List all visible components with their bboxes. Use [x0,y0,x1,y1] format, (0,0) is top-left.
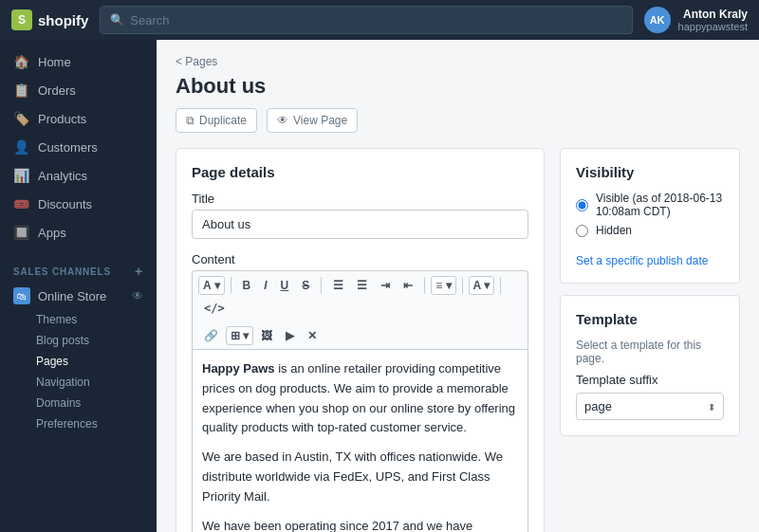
separator [462,277,463,294]
sidebar-item-label: Analytics [38,169,87,183]
shopify-logo: S shopify [11,9,88,30]
rte-toolbar-row2: 🔗 ⊞ ▾ 🖼 ▶ ✕ [192,322,528,349]
sales-channels-header: SALES CHANNELS + [0,254,157,283]
content-area: Page details Title Content A ▾ B I U S ☰… [176,148,740,532]
hidden-option[interactable]: Hidden [576,224,724,237]
select-chevron-icon: ⬍ [708,401,715,412]
publish-date-link[interactable]: Set a specific publish date [576,254,708,267]
shopify-logo-text: shopify [38,12,88,28]
discounts-icon: 🎟️ [13,196,28,211]
view-page-button[interactable]: 👁 View Page [267,108,358,133]
underline-button[interactable]: U [275,275,295,296]
duplicate-icon: ⧉ [186,114,194,127]
customers-icon: 👤 [13,139,28,155]
topbar: S shopify 🔍 AK Anton Kraly happypawstest [0,0,759,40]
content-para-2: We are based in Austin, TX with offices … [202,448,518,506]
separator [500,277,501,294]
hidden-radio[interactable] [576,225,588,237]
bold-button[interactable]: B [237,275,257,296]
content-para-3: We have been operating since 2017 and we… [202,517,518,532]
color-select[interactable]: A ▾ [469,276,495,295]
main-nav: 🏠 Home 📋 Orders 🏷️ Products 👤 Customers … [0,40,157,254]
content-label: Content [192,252,528,266]
sidebar-item-label: Apps [38,226,66,240]
main-layout: 🏠 Home 📋 Orders 🏷️ Products 👤 Customers … [0,40,759,532]
orders-icon: 📋 [13,83,28,98]
italic-button[interactable]: I [258,275,272,296]
user-store: happypawstest [678,21,748,32]
hidden-label: Hidden [596,224,632,237]
sidebar-item-label: Orders [38,83,76,98]
sidebar-item-discounts[interactable]: 🎟️ Discounts [0,190,157,218]
template-description: Select a template for this page. [576,339,724,365]
link-button[interactable]: 🔗 [198,325,224,346]
online-store-icon: 🛍 [13,287,30,304]
sidebar-item-blog-posts[interactable]: Blog posts [0,330,157,351]
breadcrumb[interactable]: < Pages [176,55,740,68]
user-name: Anton Kraly [678,8,748,21]
products-icon: 🏷️ [13,111,28,126]
separator [321,277,322,294]
duplicate-button[interactable]: ⧉ Duplicate [176,108,257,133]
template-suffix-select[interactable]: page ⬍ [576,393,724,420]
rte-toolbar-row1: A ▾ B I U S ☰ ☰ ⇥ ⇤ ≡ ▾ A ▾ </> [192,270,528,322]
sidebar-item-label: Home [38,55,71,69]
sidebar-item-preferences[interactable]: Preferences [0,413,157,434]
separator [424,277,425,294]
page-actions: ⧉ Duplicate 👁 View Page [176,108,740,133]
content-para-1: Happy Paws is an online retailer providi… [202,359,518,438]
ordered-list-button[interactable]: ☰ [351,275,373,296]
visible-label: Visible (as of 2018-06-13 10:08am CDT) [596,192,724,218]
sidebar-item-home[interactable]: 🏠 Home [0,47,157,76]
outdent-button[interactable]: ⇤ [398,275,418,296]
title-label: Title [192,192,528,206]
eye-icon[interactable]: 👁 [132,289,143,303]
visibility-options: Visible (as of 2018-06-13 10:08am CDT) H… [576,192,724,237]
sidebar-item-orders[interactable]: 📋 Orders [0,76,157,104]
image-button[interactable]: 🖼 [255,325,278,346]
sales-channel-online-store[interactable]: 🛍 Online Store 👁 [0,283,157,309]
unordered-list-button[interactable]: ☰ [327,275,349,296]
online-store-subnav: Themes Blog posts Pages Navigation Domai… [0,309,157,434]
source-button[interactable]: </> [198,298,231,319]
title-input[interactable] [192,210,528,239]
sidebar-item-label: Customers [38,140,98,155]
sidebar-item-apps[interactable]: 🔲 Apps [0,218,157,247]
card-title: Page details [192,164,528,180]
main-content: < Pages About us ⧉ Duplicate 👁 View Page… [157,40,759,532]
clear-formatting-button[interactable]: ✕ [302,325,323,346]
sidebar-item-navigation[interactable]: Navigation [0,372,157,393]
separator [231,277,231,294]
table-select[interactable]: ⊞ ▾ [226,326,253,345]
page-title: About us [176,74,740,99]
user-info: AK Anton Kraly happypawstest [644,7,748,33]
avatar: AK [644,7,671,33]
apps-icon: 🔲 [13,225,28,240]
page-details-card: Page details Title Content A ▾ B I U S ☰… [176,148,545,532]
analytics-icon: 📊 [13,168,28,183]
align-select[interactable]: ≡ ▾ [431,276,455,295]
sidebar-item-label: Discounts [38,197,92,211]
visible-option[interactable]: Visible (as of 2018-06-13 10:08am CDT) [576,192,724,218]
visible-radio[interactable] [576,199,588,211]
sidebar-item-analytics[interactable]: 📊 Analytics [0,161,157,190]
sidebar-item-customers[interactable]: 👤 Customers [0,133,157,161]
add-sales-channel-icon[interactable]: + [135,264,143,279]
indent-button[interactable]: ⇥ [375,275,396,296]
video-button[interactable]: ▶ [280,325,300,346]
sidebar-item-pages[interactable]: Pages [0,351,157,372]
sidebar-item-label: Products [38,112,86,126]
sidebar-item-products[interactable]: 🏷️ Products [0,104,157,133]
sidebar-item-domains[interactable]: Domains [0,393,157,413]
template-card: Template Select a template for this page… [560,295,740,436]
rte-content[interactable]: Happy Paws is an online retailer providi… [192,349,528,532]
home-icon: 🏠 [13,54,28,69]
sidebar-item-themes[interactable]: Themes [0,309,157,330]
strikethrough-button[interactable]: S [296,275,315,296]
format-select[interactable]: A ▾ [198,276,225,295]
online-store-label: Online Store [38,289,106,303]
visibility-card: Visibility Visible (as of 2018-06-13 10:… [560,148,740,284]
view-page-label: View Page [293,114,347,127]
search-input[interactable] [130,13,621,28]
user-details: Anton Kraly happypawstest [678,8,748,32]
